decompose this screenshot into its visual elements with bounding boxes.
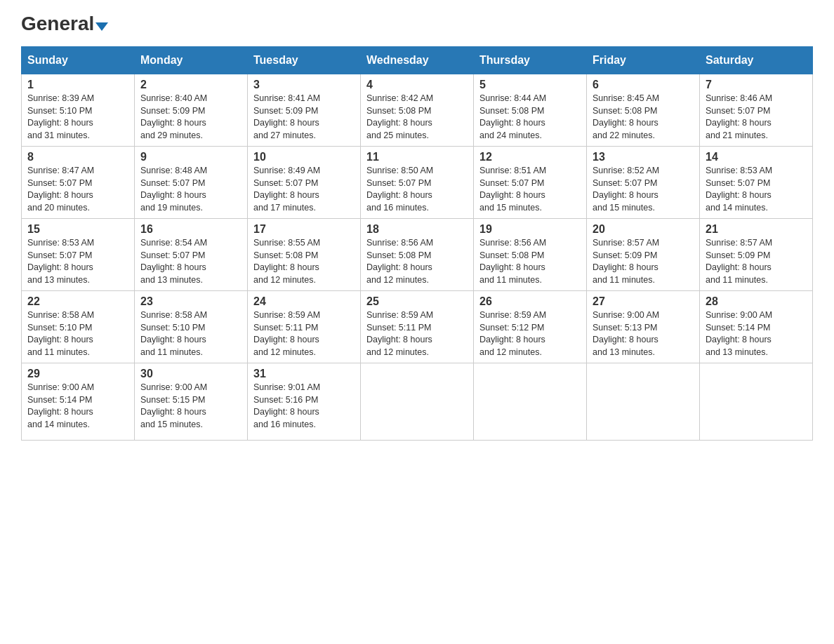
day-info: Sunrise: 8:50 AM Sunset: 5:07 PM Dayligh… bbox=[366, 165, 468, 214]
day-number: 30 bbox=[140, 368, 241, 380]
calendar-cell: 14Sunrise: 8:53 AM Sunset: 5:07 PM Dayli… bbox=[700, 147, 813, 219]
day-number: 22 bbox=[27, 295, 128, 308]
calendar-week-row: 15Sunrise: 8:53 AM Sunset: 5:07 PM Dayli… bbox=[22, 219, 813, 291]
calendar-cell: 10Sunrise: 8:49 AM Sunset: 5:07 PM Dayli… bbox=[248, 147, 361, 219]
calendar-cell: 24Sunrise: 8:59 AM Sunset: 5:11 PM Dayli… bbox=[248, 291, 361, 363]
calendar-week-row: 22Sunrise: 8:58 AM Sunset: 5:10 PM Dayli… bbox=[22, 291, 813, 363]
day-number: 14 bbox=[706, 151, 807, 163]
col-header-monday: Monday bbox=[135, 47, 248, 74]
day-info: Sunrise: 8:53 AM Sunset: 5:07 PM Dayligh… bbox=[27, 237, 128, 286]
calendar-cell: 25Sunrise: 8:59 AM Sunset: 5:11 PM Dayli… bbox=[361, 291, 474, 363]
day-number: 4 bbox=[366, 79, 468, 91]
day-number: 20 bbox=[593, 223, 694, 236]
day-info: Sunrise: 8:56 AM Sunset: 5:08 PM Dayligh… bbox=[479, 237, 581, 286]
calendar-cell: 5Sunrise: 8:44 AM Sunset: 5:08 PM Daylig… bbox=[474, 74, 587, 147]
day-number: 13 bbox=[593, 151, 694, 163]
day-info: Sunrise: 8:49 AM Sunset: 5:07 PM Dayligh… bbox=[253, 165, 355, 214]
day-info: Sunrise: 8:41 AM Sunset: 5:09 PM Dayligh… bbox=[253, 93, 355, 142]
day-info: Sunrise: 8:48 AM Sunset: 5:07 PM Dayligh… bbox=[140, 165, 241, 214]
day-info: Sunrise: 8:56 AM Sunset: 5:08 PM Dayligh… bbox=[366, 237, 468, 286]
calendar-cell bbox=[361, 363, 474, 441]
day-number: 5 bbox=[479, 79, 581, 91]
calendar-cell: 23Sunrise: 8:58 AM Sunset: 5:10 PM Dayli… bbox=[135, 291, 248, 363]
day-number: 1 bbox=[27, 79, 128, 91]
day-info: Sunrise: 8:44 AM Sunset: 5:08 PM Dayligh… bbox=[479, 93, 581, 142]
day-info: Sunrise: 8:45 AM Sunset: 5:08 PM Dayligh… bbox=[593, 93, 694, 142]
calendar-cell bbox=[700, 363, 813, 441]
calendar-cell: 4Sunrise: 8:42 AM Sunset: 5:08 PM Daylig… bbox=[361, 74, 474, 147]
day-number: 31 bbox=[253, 368, 355, 380]
day-number: 27 bbox=[593, 295, 694, 308]
calendar-cell bbox=[587, 363, 700, 441]
day-number: 16 bbox=[140, 223, 241, 236]
day-number: 9 bbox=[140, 151, 241, 163]
calendar-cell: 3Sunrise: 8:41 AM Sunset: 5:09 PM Daylig… bbox=[248, 74, 361, 147]
day-number: 21 bbox=[706, 223, 807, 236]
calendar-week-row: 8Sunrise: 8:47 AM Sunset: 5:07 PM Daylig… bbox=[22, 147, 813, 219]
calendar-cell: 8Sunrise: 8:47 AM Sunset: 5:07 PM Daylig… bbox=[22, 147, 135, 219]
day-number: 17 bbox=[253, 223, 355, 236]
calendar-cell: 29Sunrise: 9:00 AM Sunset: 5:14 PM Dayli… bbox=[22, 363, 135, 441]
day-info: Sunrise: 8:52 AM Sunset: 5:07 PM Dayligh… bbox=[593, 165, 694, 214]
calendar-week-row: 1Sunrise: 8:39 AM Sunset: 5:10 PM Daylig… bbox=[22, 74, 813, 147]
day-number: 3 bbox=[253, 79, 355, 91]
page-header: General bbox=[21, 14, 813, 32]
calendar-cell: 12Sunrise: 8:51 AM Sunset: 5:07 PM Dayli… bbox=[474, 147, 587, 219]
day-number: 8 bbox=[27, 151, 128, 163]
day-number: 2 bbox=[140, 79, 241, 91]
calendar-cell: 1Sunrise: 8:39 AM Sunset: 5:10 PM Daylig… bbox=[22, 74, 135, 147]
calendar-cell: 6Sunrise: 8:45 AM Sunset: 5:08 PM Daylig… bbox=[587, 74, 700, 147]
day-number: 26 bbox=[479, 295, 581, 308]
day-number: 25 bbox=[366, 295, 468, 308]
calendar-cell: 7Sunrise: 8:46 AM Sunset: 5:07 PM Daylig… bbox=[700, 74, 813, 147]
calendar-cell: 2Sunrise: 8:40 AM Sunset: 5:09 PM Daylig… bbox=[135, 74, 248, 147]
day-number: 12 bbox=[479, 151, 581, 163]
logo: General bbox=[21, 14, 108, 32]
col-header-friday: Friday bbox=[587, 47, 700, 74]
col-header-wednesday: Wednesday bbox=[361, 47, 474, 74]
day-info: Sunrise: 8:57 AM Sunset: 5:09 PM Dayligh… bbox=[706, 237, 807, 286]
day-info: Sunrise: 9:01 AM Sunset: 5:16 PM Dayligh… bbox=[253, 382, 355, 431]
calendar-cell: 9Sunrise: 8:48 AM Sunset: 5:07 PM Daylig… bbox=[135, 147, 248, 219]
day-info: Sunrise: 8:59 AM Sunset: 5:12 PM Dayligh… bbox=[479, 309, 581, 358]
day-info: Sunrise: 9:00 AM Sunset: 5:14 PM Dayligh… bbox=[706, 309, 807, 358]
calendar-cell: 18Sunrise: 8:56 AM Sunset: 5:08 PM Dayli… bbox=[361, 219, 474, 291]
day-info: Sunrise: 8:58 AM Sunset: 5:10 PM Dayligh… bbox=[140, 309, 241, 358]
calendar-cell: 30Sunrise: 9:00 AM Sunset: 5:15 PM Dayli… bbox=[135, 363, 248, 441]
day-number: 18 bbox=[366, 223, 468, 236]
calendar-week-row: 29Sunrise: 9:00 AM Sunset: 5:14 PM Dayli… bbox=[22, 363, 813, 441]
day-info: Sunrise: 9:00 AM Sunset: 5:14 PM Dayligh… bbox=[27, 382, 128, 431]
day-number: 7 bbox=[706, 79, 807, 91]
day-info: Sunrise: 8:57 AM Sunset: 5:09 PM Dayligh… bbox=[593, 237, 694, 286]
calendar-cell: 19Sunrise: 8:56 AM Sunset: 5:08 PM Dayli… bbox=[474, 219, 587, 291]
day-info: Sunrise: 8:51 AM Sunset: 5:07 PM Dayligh… bbox=[479, 165, 581, 214]
day-info: Sunrise: 8:54 AM Sunset: 5:07 PM Dayligh… bbox=[140, 237, 241, 286]
day-info: Sunrise: 9:00 AM Sunset: 5:13 PM Dayligh… bbox=[593, 309, 694, 358]
calendar-cell: 28Sunrise: 9:00 AM Sunset: 5:14 PM Dayli… bbox=[700, 291, 813, 363]
calendar-cell: 11Sunrise: 8:50 AM Sunset: 5:07 PM Dayli… bbox=[361, 147, 474, 219]
calendar-cell: 31Sunrise: 9:01 AM Sunset: 5:16 PM Dayli… bbox=[248, 363, 361, 441]
calendar-cell: 16Sunrise: 8:54 AM Sunset: 5:07 PM Dayli… bbox=[135, 219, 248, 291]
calendar-cell: 13Sunrise: 8:52 AM Sunset: 5:07 PM Dayli… bbox=[587, 147, 700, 219]
day-info: Sunrise: 8:42 AM Sunset: 5:08 PM Dayligh… bbox=[366, 93, 468, 142]
calendar-table: SundayMondayTuesdayWednesdayThursdayFrid… bbox=[21, 46, 813, 441]
day-number: 10 bbox=[253, 151, 355, 163]
day-info: Sunrise: 8:40 AM Sunset: 5:09 PM Dayligh… bbox=[140, 93, 241, 142]
calendar-cell: 15Sunrise: 8:53 AM Sunset: 5:07 PM Dayli… bbox=[22, 219, 135, 291]
calendar-cell: 20Sunrise: 8:57 AM Sunset: 5:09 PM Dayli… bbox=[587, 219, 700, 291]
day-number: 28 bbox=[706, 295, 807, 308]
day-number: 19 bbox=[479, 223, 581, 236]
day-info: Sunrise: 8:59 AM Sunset: 5:11 PM Dayligh… bbox=[253, 309, 355, 358]
day-info: Sunrise: 8:53 AM Sunset: 5:07 PM Dayligh… bbox=[706, 165, 807, 214]
logo-text: General bbox=[21, 14, 108, 34]
day-number: 29 bbox=[27, 368, 128, 380]
day-info: Sunrise: 8:39 AM Sunset: 5:10 PM Dayligh… bbox=[27, 93, 128, 142]
calendar-cell bbox=[474, 363, 587, 441]
day-info: Sunrise: 8:59 AM Sunset: 5:11 PM Dayligh… bbox=[366, 309, 468, 358]
calendar-cell: 21Sunrise: 8:57 AM Sunset: 5:09 PM Dayli… bbox=[700, 219, 813, 291]
day-number: 6 bbox=[593, 79, 694, 91]
day-info: Sunrise: 8:55 AM Sunset: 5:08 PM Dayligh… bbox=[253, 237, 355, 286]
day-number: 11 bbox=[366, 151, 468, 163]
calendar-cell: 27Sunrise: 9:00 AM Sunset: 5:13 PM Dayli… bbox=[587, 291, 700, 363]
day-info: Sunrise: 8:47 AM Sunset: 5:07 PM Dayligh… bbox=[27, 165, 128, 214]
